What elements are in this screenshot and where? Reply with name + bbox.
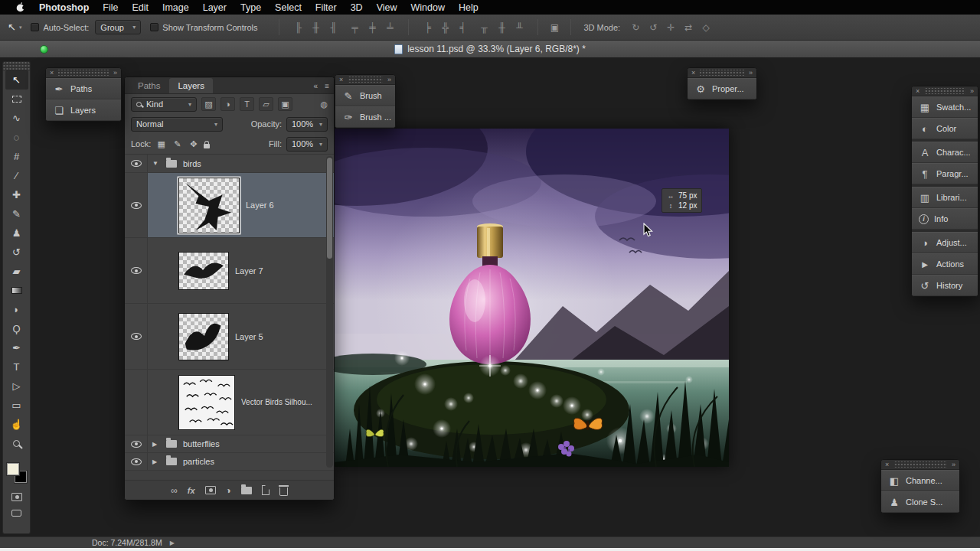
collapse-tabs-icon[interactable]: «	[314, 82, 318, 90]
visibility-toggle[interactable]	[125, 238, 148, 303]
distribute-h-center-icon[interactable]: ╫	[494, 22, 509, 33]
blend-mode-dropdown[interactable]: Normal ▾	[131, 117, 223, 132]
new-layer-button[interactable]	[262, 485, 270, 495]
panel-menu-icon[interactable]: ≡	[325, 82, 329, 90]
filter-shape-layers-icon[interactable]: ▱	[259, 97, 273, 111]
menu-edit[interactable]: Edit	[125, 2, 155, 13]
lock-all-icon[interactable]	[204, 144, 210, 148]
3d-drag-icon[interactable]: ✛	[663, 22, 678, 33]
dock-button-actions[interactable]: ▶ Actions	[912, 253, 978, 275]
filter-adjustment-layers-icon[interactable]: ◑	[220, 97, 235, 111]
screen-mode-icon[interactable]	[11, 510, 21, 517]
group-row-particles[interactable]: ▶ particles	[125, 453, 334, 471]
link-layers-button[interactable]: ∞	[171, 485, 178, 496]
filter-type-layers-icon[interactable]: T	[240, 97, 254, 111]
healing-brush-tool[interactable]: ✚	[5, 185, 28, 204]
layer-row-layer-5[interactable]: Layer 5	[125, 304, 334, 370]
menu-select[interactable]: Select	[268, 2, 309, 13]
close-icon[interactable]: ×	[916, 87, 920, 95]
dock-button-properties[interactable]: ⚙ Proper...	[688, 78, 756, 99]
add-layer-mask-button[interactable]	[205, 486, 216, 494]
menu-3d[interactable]: 3D	[344, 2, 370, 13]
brush-dock-header[interactable]: × »	[335, 75, 395, 85]
canvas[interactable]	[335, 129, 729, 467]
opacity-dropdown[interactable]: 100% ▾	[286, 117, 328, 132]
filter-pixel-layers-icon[interactable]: ▨	[201, 97, 216, 111]
expand-triangle-icon[interactable]: ▶	[152, 441, 160, 448]
menu-image[interactable]: Image	[155, 2, 196, 13]
group-row-butterflies[interactable]: ▶ butterflies	[125, 435, 334, 453]
tool-preset-picker[interactable]: ↖ ▾	[8, 21, 21, 33]
drag-grip[interactable]	[700, 70, 744, 76]
bottom-right-dock-header[interactable]: × »	[881, 460, 959, 470]
eyedropper-tool[interactable]: ∕	[5, 166, 28, 185]
scrollbar-thumb[interactable]	[327, 158, 332, 259]
auto-select-dropdown[interactable]: Group ▾	[95, 20, 141, 34]
collapse-icon[interactable]: »	[952, 461, 956, 468]
new-adjustment-layer-button[interactable]: ◑	[226, 485, 231, 496]
dock-button-brush-presets[interactable]: ✑ Brush ...	[335, 106, 395, 128]
tab-paths[interactable]: Paths	[129, 78, 168, 93]
menu-filter[interactable]: Filter	[309, 2, 344, 13]
distribute-top-icon[interactable]: ╞	[420, 22, 435, 33]
layer-thumbnail[interactable]	[178, 375, 235, 430]
dock-button-history[interactable]: ↺ History	[912, 275, 978, 296]
app-menu[interactable]: Photoshop	[32, 2, 96, 13]
menu-window[interactable]: Window	[404, 2, 452, 13]
rectangular-marquee-tool[interactable]	[5, 90, 28, 109]
crop-tool[interactable]: #	[5, 147, 28, 166]
move-tool[interactable]: ↖	[5, 70, 28, 90]
quick-selection-tool[interactable]: ◌	[5, 128, 28, 147]
window-green-dot[interactable]	[40, 45, 48, 54]
dock-button-libraries[interactable]: ▥ Librari...	[912, 187, 978, 208]
right-dock-header[interactable]: × »	[912, 86, 978, 96]
filter-smart-objects-icon[interactable]: ▣	[278, 97, 292, 111]
align-right-icon[interactable]: ╢	[325, 22, 341, 33]
delete-layer-button[interactable]	[279, 484, 288, 496]
dock-button-adjustments[interactable]: ◑ Adjust...	[912, 232, 978, 253]
distribute-bottom-icon[interactable]: ╡	[455, 22, 470, 33]
dock-button-color[interactable]: ◐ Color	[912, 118, 978, 139]
menu-file[interactable]: File	[96, 2, 125, 13]
align-top-icon[interactable]: ╤	[347, 22, 362, 33]
distribute-v-center-icon[interactable]: ╬	[437, 22, 452, 33]
apple-menu[interactable]	[9, 2, 32, 12]
visibility-toggle[interactable]	[125, 435, 148, 452]
align-h-center-icon[interactable]: ╫	[308, 22, 323, 33]
dock-button-paragraph[interactable]: ¶ Paragr...	[912, 163, 978, 184]
eraser-tool[interactable]: ▰	[5, 262, 28, 281]
visibility-toggle[interactable]	[125, 304, 148, 369]
layer-thumbnail[interactable]	[178, 252, 229, 290]
visibility-toggle[interactable]	[125, 453, 148, 470]
drag-grip[interactable]	[348, 77, 383, 83]
align-bottom-icon[interactable]: ╧	[382, 22, 397, 33]
clone-stamp-tool[interactable]: ♟	[5, 223, 28, 243]
show-transform-checkbox[interactable]	[150, 23, 158, 31]
foreground-swatch[interactable]	[7, 463, 19, 475]
collapse-icon[interactable]: »	[113, 69, 117, 77]
tab-layers[interactable]: Layers	[169, 78, 213, 93]
layer-style-button[interactable]: fx	[188, 486, 195, 495]
dock-button-paths[interactable]: ✒ Paths	[46, 78, 121, 99]
tools-panel-header[interactable]	[3, 62, 30, 70]
layer-row-layer-7[interactable]: Layer 7	[125, 238, 334, 304]
3d-rotate-icon[interactable]: ↻	[628, 22, 643, 33]
auto-align-icon[interactable]: ▣	[546, 22, 563, 33]
dock-button-channels[interactable]: ◧ Channe...	[881, 470, 959, 491]
distribute-left-icon[interactable]: ╥	[476, 22, 492, 33]
rectangle-tool[interactable]: ▭	[5, 396, 28, 415]
zoom-tool[interactable]	[5, 434, 28, 453]
expand-triangle-icon[interactable]: ▼	[152, 160, 160, 167]
drag-grip[interactable]	[58, 70, 109, 76]
brush-tool[interactable]: ✎	[5, 204, 28, 223]
layer-row-vector-birds[interactable]: Vector Birds Silhou...	[125, 370, 334, 435]
history-brush-tool[interactable]: ↺	[5, 243, 28, 262]
close-icon[interactable]: ×	[885, 461, 889, 468]
path-selection-tool[interactable]: ▷	[5, 377, 28, 396]
filter-kind-dropdown[interactable]: Kind ▾	[131, 97, 197, 112]
drag-grip[interactable]	[893, 461, 947, 468]
left-dock-header[interactable]: × »	[46, 68, 121, 78]
menu-help[interactable]: Help	[452, 2, 485, 13]
visibility-toggle[interactable]	[125, 155, 148, 172]
expand-triangle-icon[interactable]: ▶	[152, 458, 160, 465]
